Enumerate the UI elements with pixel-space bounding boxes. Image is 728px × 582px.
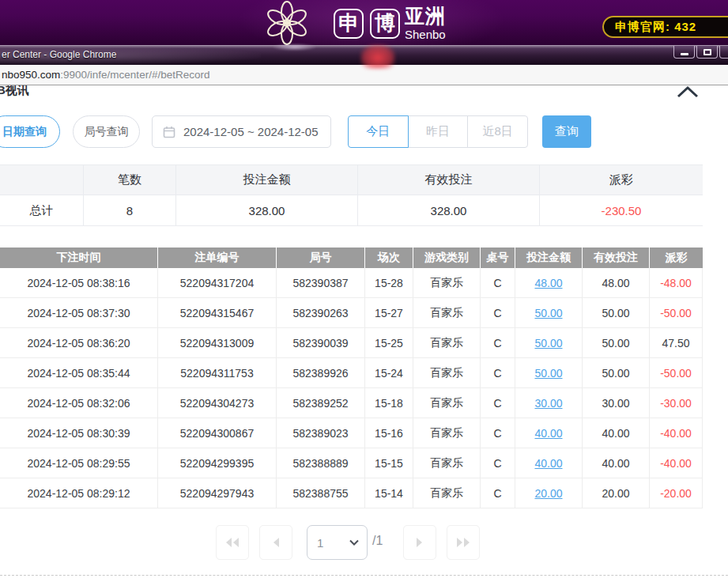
last-8-days-button[interactable]: 近8日: [467, 115, 528, 148]
game-type-cell: 百家乐: [413, 478, 481, 508]
summary-payout: -230.50: [539, 195, 703, 226]
yesterday-button[interactable]: 昨日: [408, 115, 469, 148]
table-code-cell: C: [481, 388, 515, 418]
session-cell: 15-28: [365, 268, 413, 298]
order-id-cell: 522094304273: [158, 388, 277, 418]
page-select[interactable]: 1: [307, 525, 368, 560]
chevron-up-icon[interactable]: [675, 85, 700, 99]
minimize-button[interactable]: [673, 46, 695, 59]
round-id-cell: 582388755: [277, 478, 365, 508]
summary-header-valid-bet: 有效投注: [357, 165, 539, 195]
order-id-cell: 522094317204: [158, 268, 277, 298]
bet-amount-link[interactable]: 40.00: [534, 427, 562, 440]
double-right-arrow-icon: [455, 536, 471, 549]
payout-cell: 47.50: [650, 328, 703, 358]
bet-amount-cell: 50.00: [515, 358, 583, 388]
bet-time-cell: 2024-12-05 08:30:39: [0, 418, 158, 448]
order-id-cell: 522094311753: [158, 358, 277, 388]
session-cell: 15-27: [365, 298, 413, 328]
game-type-cell: 百家乐: [413, 388, 481, 418]
round-id-cell: 582390263: [277, 298, 365, 328]
bet-amount-link[interactable]: 20.00: [534, 487, 562, 500]
table-row: 2024-12-05 08:32:06522094304273582389252…: [0, 388, 703, 418]
table-code-cell: C: [481, 448, 515, 478]
table-row: 2024-12-05 08:37:30522094315467582390263…: [0, 298, 703, 328]
header-session: 场次: [365, 248, 413, 268]
session-cell: 15-16: [365, 418, 413, 448]
next-page-button[interactable]: [403, 525, 436, 560]
bet-amount-link[interactable]: 50.00: [534, 307, 562, 319]
round-id-cell: 582390387: [277, 268, 365, 298]
order-id-cell: 522094299395: [158, 448, 277, 478]
session-cell: 15-15: [365, 448, 413, 478]
table-code-cell: C: [481, 418, 515, 448]
valid-bet-cell: 50.00: [583, 298, 650, 328]
header-order-id: 注单编号: [158, 248, 277, 268]
round-query-tab[interactable]: 局号查询: [73, 115, 140, 148]
maximize-button[interactable]: [696, 46, 718, 59]
quick-range-segment: 今日 昨日 近8日: [348, 115, 528, 148]
dashed-separator: [0, 575, 728, 576]
site-logo: 申 博 亚洲 Shenbo: [262, 0, 446, 45]
header-round-id: 局号: [277, 248, 365, 268]
bet-amount-link[interactable]: 50.00: [534, 367, 562, 380]
round-id-cell: 582388889: [277, 448, 365, 478]
official-site-badge[interactable]: 申博官网: 432: [602, 16, 728, 38]
logo-char-2: 博: [375, 9, 395, 37]
right-arrow-icon: [414, 536, 425, 549]
panel-title: B视讯: [0, 85, 29, 98]
window-title: er Center - Google Chrome: [2, 49, 116, 60]
bet-amount-link[interactable]: 50.00: [534, 337, 562, 350]
session-cell: 15-14: [365, 478, 413, 508]
search-button[interactable]: 查询: [542, 115, 591, 148]
logo-region-cn: 亚洲: [405, 6, 446, 26]
maximize-icon: [703, 49, 711, 55]
table-row: 2024-12-05 08:29:12522094297943582388755…: [0, 478, 703, 508]
bet-amount-link[interactable]: 30.00: [534, 397, 562, 410]
previous-page-button[interactable]: [259, 525, 292, 560]
today-button[interactable]: 今日: [348, 115, 409, 148]
date-query-tab[interactable]: 日期查询: [0, 115, 60, 148]
summary-table: 笔数 投注金额 有效投注 派彩 总计 8 328.00 328.00 -230.…: [0, 164, 703, 226]
bet-amount-link[interactable]: 48.00: [534, 277, 562, 289]
bet-amount-link[interactable]: 40.00: [534, 457, 562, 470]
table-code-cell: C: [481, 478, 515, 508]
bet-amount-cell: 48.00: [515, 268, 583, 298]
round-id-cell: 582389023: [277, 418, 365, 448]
session-cell: 15-24: [365, 358, 413, 388]
valid-bet-cell: 40.00: [583, 418, 650, 448]
game-type-cell: 百家乐: [413, 358, 481, 388]
header-bet-amount: 投注金额: [515, 248, 583, 268]
table-row: 2024-12-05 08:38:16522094317204582390387…: [0, 268, 703, 298]
background-glow-blob: [273, 43, 316, 51]
header-payout: 派彩: [650, 248, 703, 268]
left-arrow-icon: [270, 536, 281, 549]
pagination: 1 /1: [0, 525, 728, 561]
last-page-button[interactable]: [447, 525, 480, 560]
order-id-cell: 522094297943: [158, 478, 277, 508]
payout-cell: -50.00: [650, 298, 703, 328]
summary-total-row: 总计 8 328.00 328.00 -230.50: [0, 195, 702, 226]
session-cell: 15-18: [365, 388, 413, 418]
minimize-icon: [681, 53, 688, 55]
flower-logo-icon: [262, 1, 311, 45]
logo-region-block: 亚洲 Shenbo: [405, 6, 446, 40]
screen: 申 博 亚洲 Shenbo 申博官网: 432 er Center - Goog…: [0, 0, 728, 582]
table-code-cell: C: [481, 328, 515, 358]
close-window-button[interactable]: [719, 46, 728, 59]
url-domain: nbo950.com: [2, 69, 60, 81]
url-text: nbo950.com:9900/infe/mcenter/#/betRecord: [2, 65, 209, 85]
game-type-cell: 百家乐: [413, 298, 481, 328]
bet-amount-cell: 40.00: [515, 418, 583, 448]
logo-char-box-2: 博: [370, 9, 400, 39]
bet-time-cell: 2024-12-05 08:32:06: [0, 388, 158, 418]
order-id-cell: 522094313009: [158, 328, 277, 358]
date-range-input[interactable]: 2024-12-05 ~ 2024-12-05: [152, 115, 331, 148]
summary-count: 8: [83, 195, 175, 226]
order-id-cell: 522094300867: [158, 418, 277, 448]
round-id-cell: 582389252: [277, 388, 365, 418]
first-page-button[interactable]: [216, 525, 249, 560]
payout-cell: -48.00: [650, 268, 703, 298]
summary-header-payout: 派彩: [539, 165, 703, 195]
summary-bet-amount: 328.00: [175, 195, 357, 226]
